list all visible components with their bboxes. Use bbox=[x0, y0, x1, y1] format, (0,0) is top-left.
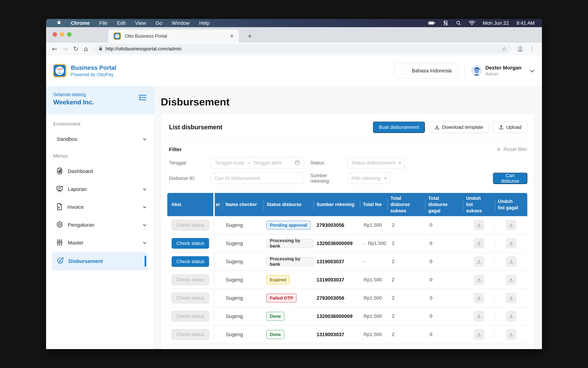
unduh-list-sukses-button[interactable] bbox=[474, 293, 484, 303]
unduh-list-gagal-button[interactable] bbox=[506, 330, 516, 340]
tab-close-icon[interactable]: ✕ bbox=[230, 33, 234, 39]
language-button[interactable]: Bahasa Indonesia bbox=[394, 63, 458, 79]
sidebar-item-disbursement[interactable]: $ Disbursement bbox=[52, 252, 148, 270]
total-disburse-gagal-cell: 0 bbox=[425, 216, 463, 234]
menubar-time[interactable]: 9:41 AM bbox=[516, 20, 535, 26]
column-header-total-gagal: Total disburse gagal bbox=[425, 193, 463, 216]
menubar-item-window[interactable]: Window bbox=[172, 20, 190, 26]
check-status-button[interactable]: Check status bbox=[172, 238, 209, 249]
total-disburse-sukses-cell: 2 bbox=[387, 234, 425, 252]
reload-icon[interactable]: ↻ bbox=[73, 46, 79, 52]
menubar-item-file[interactable]: File bbox=[99, 20, 108, 26]
active-indicator bbox=[145, 256, 146, 267]
nama-checker-cell: Sugeng bbox=[222, 307, 263, 325]
environment-select[interactable]: Sandbox bbox=[46, 134, 154, 144]
unduh-list-gagal-button[interactable] bbox=[506, 238, 516, 248]
dashboard-icon bbox=[56, 167, 63, 175]
chevron-down-icon bbox=[143, 205, 146, 208]
unduh-list-sukses-button[interactable] bbox=[474, 238, 484, 248]
column-header-sumber-rekening: Sumber rekening bbox=[313, 193, 360, 216]
user-menu[interactable]: Dexter Morgan Admin bbox=[471, 65, 534, 77]
status-badge: Processing by bank bbox=[266, 239, 313, 248]
check-status-button[interactable]: Check status bbox=[172, 220, 209, 230]
filter-title: Filter bbox=[169, 147, 181, 152]
download-icon bbox=[476, 241, 482, 246]
status-select[interactable]: Status disbursement bbox=[347, 157, 405, 168]
back-icon[interactable]: ← bbox=[52, 46, 57, 52]
profile-icon[interactable] bbox=[516, 45, 524, 53]
sidebar-item-laporan[interactable]: Laporan bbox=[46, 184, 154, 194]
menubar-item-edit[interactable]: Edit bbox=[117, 20, 126, 26]
forward-icon[interactable]: → bbox=[63, 46, 68, 52]
sidebar-item-master[interactable]: Master bbox=[46, 238, 154, 248]
upload-button[interactable]: Upload bbox=[493, 122, 527, 133]
bookmark-star-icon[interactable]: ☆ bbox=[502, 46, 507, 52]
check-status-button[interactable]: Check status bbox=[172, 293, 209, 303]
disbursement-table: Aksi er Nama checker Status disburse Sum… bbox=[167, 193, 527, 347]
cari-disburse-button[interactable]: Cari disburse bbox=[493, 173, 527, 184]
total-disburse-sukses-cell: 2 bbox=[387, 289, 425, 307]
sumber-rekening-cell: 1320036000009 bbox=[313, 234, 360, 252]
card-title: List disbursement bbox=[169, 124, 222, 131]
spotlight-search-icon[interactable] bbox=[456, 20, 461, 26]
home-icon[interactable]: ⌂ bbox=[84, 46, 88, 52]
welcome-label: Selamat datang bbox=[53, 92, 147, 97]
download-template-button[interactable]: Download template bbox=[429, 122, 489, 133]
minimize-window-button[interactable] bbox=[60, 32, 64, 37]
user-name: Dexter Morgan bbox=[485, 65, 521, 71]
unduh-list-gagal-button[interactable] bbox=[506, 220, 516, 230]
unduh-list-sukses-button[interactable] bbox=[474, 257, 484, 267]
menubar-item-go[interactable]: Go bbox=[156, 20, 162, 26]
download-icon bbox=[476, 259, 482, 264]
address-bar[interactable]: http://ottobusinessportal.com/admin ☆ bbox=[94, 44, 511, 53]
total-fee-cell: Rp1.500 bbox=[360, 325, 387, 343]
sidebar-item-dashboard[interactable]: Dashboard bbox=[46, 166, 154, 177]
disburse-id-input[interactable] bbox=[211, 173, 304, 184]
tanggal-range-input[interactable]: Tanggal mulai → Tanggal akhir bbox=[211, 157, 304, 168]
calendar-icon bbox=[295, 160, 300, 166]
maximize-window-button[interactable] bbox=[67, 32, 72, 37]
menubar-item-help[interactable]: Help bbox=[199, 20, 209, 26]
download-icon bbox=[476, 277, 482, 282]
menubar-item-view[interactable]: View bbox=[135, 20, 146, 26]
download-icon bbox=[476, 332, 482, 337]
app-header: OTTOPAY Business Portal Powered by OttoP… bbox=[46, 55, 542, 86]
unduh-list-gagal-button[interactable] bbox=[506, 257, 516, 267]
unduh-list-gagal-button[interactable] bbox=[506, 311, 516, 321]
brand-title: Business Portal bbox=[71, 64, 116, 72]
check-status-button[interactable]: Check status bbox=[172, 311, 209, 322]
table-row: Check status Sugeng Failed OTP 279300305… bbox=[167, 289, 527, 307]
check-status-button[interactable]: Check status bbox=[172, 329, 209, 340]
unduh-list-gagal-button[interactable] bbox=[506, 275, 516, 285]
browser-tab[interactable]: OTTO Otto Business Portal ✕ bbox=[108, 30, 239, 43]
battery-icon[interactable] bbox=[428, 21, 435, 25]
sidebar-item-invoice[interactable]: Invoice bbox=[46, 202, 154, 212]
ottopay-logo: OTTOPAY bbox=[53, 64, 66, 77]
close-window-button[interactable] bbox=[53, 32, 57, 37]
sidebar-collapse-icon[interactable] bbox=[139, 94, 146, 101]
check-status-button[interactable]: Check status bbox=[172, 256, 209, 267]
apple-icon[interactable] bbox=[56, 20, 61, 27]
unduh-list-gagal-button[interactable] bbox=[506, 293, 516, 303]
unduh-list-sukses-button[interactable] bbox=[474, 220, 484, 230]
sidebar-item-pengaturan[interactable]: Pengaturan bbox=[46, 220, 154, 230]
sumber-rekening-select[interactable]: Pilih rekening bbox=[347, 173, 391, 184]
control-center-icon[interactable] bbox=[443, 20, 448, 26]
list-disbursement-card: List disbursement Buat disbursement Down… bbox=[161, 114, 534, 349]
menubar-date[interactable]: Mon Jun 22 bbox=[483, 20, 509, 26]
unduh-list-sukses-button[interactable] bbox=[474, 275, 484, 285]
welcome-box: Selamat datang Weekend Inc. bbox=[46, 86, 154, 114]
browser-menu-icon[interactable]: ⋮ bbox=[529, 46, 535, 52]
wifi-icon[interactable] bbox=[469, 20, 475, 26]
user-avatar bbox=[471, 65, 482, 76]
reset-filter-button[interactable]: ✕ Reset filter bbox=[496, 146, 527, 152]
sumber-rekening-cell: 1319003037 bbox=[313, 253, 360, 270]
menubar-app-name[interactable]: Chrome bbox=[71, 20, 90, 26]
buat-disbursement-button[interactable]: Buat disbursement bbox=[373, 122, 425, 133]
disbursement-icon: $ bbox=[56, 257, 64, 265]
brand: OTTOPAY Business Portal Powered by OttoP… bbox=[53, 64, 116, 78]
check-status-button[interactable]: Check status bbox=[172, 275, 209, 285]
unduh-list-sukses-button[interactable] bbox=[474, 311, 484, 321]
new-tab-button[interactable]: + bbox=[248, 32, 252, 40]
unduh-list-sukses-button[interactable] bbox=[474, 330, 484, 340]
